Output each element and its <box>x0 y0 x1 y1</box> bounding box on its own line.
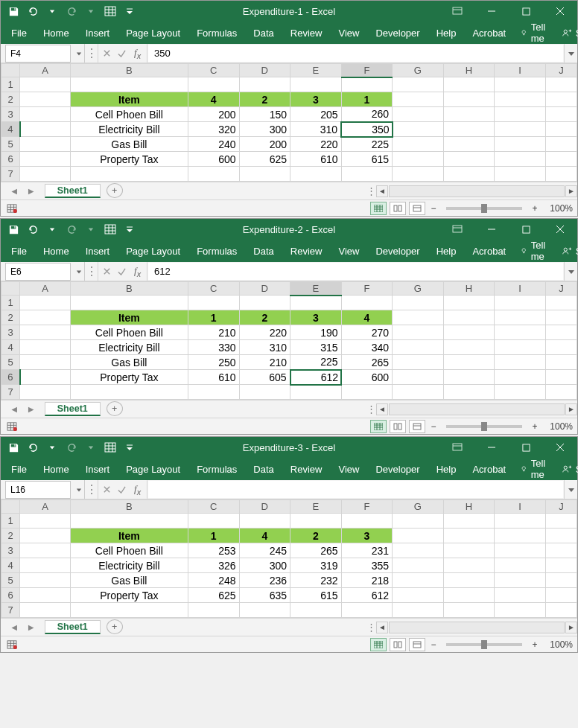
name-box-dropdown-icon[interactable] <box>74 481 84 499</box>
sheet-nav-prev-icon[interactable]: ◄ <box>7 622 22 633</box>
cell[interactable] <box>545 122 577 137</box>
cell[interactable]: Property Tax <box>70 588 188 603</box>
cell[interactable]: Gas Bill <box>70 355 188 370</box>
cell[interactable] <box>393 355 444 370</box>
cell[interactable]: 2 <box>290 529 342 543</box>
name-box-dropdown-icon[interactable] <box>74 45 84 63</box>
cell[interactable] <box>495 543 546 558</box>
cancel-icon[interactable] <box>103 265 111 278</box>
cell[interactable] <box>393 310 444 325</box>
redo-icon[interactable] <box>63 439 80 456</box>
cell[interactable] <box>70 603 188 618</box>
cell[interactable]: 610 <box>188 370 239 385</box>
formula-input[interactable] <box>148 45 563 62</box>
maximize-icon[interactable] <box>509 219 543 240</box>
cell[interactable]: 3 <box>341 529 393 543</box>
cell[interactable] <box>188 167 239 182</box>
zoom-slider[interactable] <box>446 425 522 428</box>
macro-record-icon[interactable] <box>4 638 20 651</box>
row-header[interactable]: 2 <box>1 92 20 107</box>
cell[interactable] <box>393 573 444 588</box>
cell[interactable] <box>545 340 577 355</box>
cell[interactable] <box>70 77 188 92</box>
sheet-tab[interactable]: Sheet1 <box>45 402 101 416</box>
name-box[interactable] <box>5 481 71 499</box>
cell[interactable] <box>393 122 444 137</box>
cell[interactable] <box>20 370 70 385</box>
select-all-corner[interactable] <box>1 64 20 77</box>
row-header[interactable]: 2 <box>1 310 20 325</box>
column-header[interactable]: F <box>341 64 393 77</box>
cell[interactable]: 612 <box>290 370 342 385</box>
row-header[interactable]: 4 <box>1 122 20 137</box>
sheet-nav-prev-icon[interactable]: ◄ <box>7 404 22 415</box>
cell[interactable] <box>545 370 577 385</box>
cell[interactable] <box>495 514 546 529</box>
zoom-level[interactable]: 100% <box>543 203 573 214</box>
undo-icon[interactable] <box>25 439 41 456</box>
cell[interactable] <box>495 107 546 122</box>
cell[interactable] <box>443 167 495 182</box>
tab-insert[interactable]: Insert <box>84 243 112 260</box>
row-header[interactable]: 6 <box>1 588 20 603</box>
undo-icon[interactable] <box>25 221 41 237</box>
cell[interactable] <box>20 603 70 618</box>
tell-me-button[interactable]: Tell me <box>521 22 550 44</box>
cell[interactable] <box>545 543 577 558</box>
view-normal-icon[interactable] <box>370 638 387 651</box>
cell[interactable] <box>239 385 290 400</box>
cell[interactable] <box>443 558 495 573</box>
sheet-nav-prev-icon[interactable]: ◄ <box>7 186 22 197</box>
column-header[interactable]: C <box>188 64 239 77</box>
fx-icon[interactable]: fx <box>133 265 142 278</box>
cell[interactable] <box>70 296 188 310</box>
cell[interactable]: 200 <box>239 137 290 152</box>
cell[interactable] <box>495 92 546 107</box>
name-box-dropdown-icon[interactable] <box>74 263 84 281</box>
column-header[interactable]: J <box>545 64 577 77</box>
cell[interactable]: 205 <box>290 107 342 122</box>
cell[interactable] <box>495 325 546 340</box>
cell[interactable] <box>20 340 70 355</box>
column-header[interactable]: H <box>443 282 495 296</box>
zoom-in-icon[interactable]: + <box>530 421 540 432</box>
scroll-right-icon[interactable]: ► <box>565 622 577 633</box>
qat-grid-icon[interactable] <box>102 3 118 19</box>
cell[interactable] <box>188 514 239 529</box>
close-icon[interactable] <box>543 1 577 22</box>
cell[interactable] <box>545 558 577 573</box>
cell[interactable]: 2 <box>239 310 290 325</box>
cell[interactable] <box>393 558 444 573</box>
column-header[interactable]: E <box>290 500 342 514</box>
cell[interactable] <box>393 529 444 543</box>
select-all-corner[interactable] <box>1 282 20 296</box>
share-button[interactable]: Share <box>562 28 578 39</box>
tab-view[interactable]: View <box>337 243 361 260</box>
cell[interactable] <box>495 603 546 618</box>
cell[interactable]: Cell Phoen Bill <box>70 543 188 558</box>
cell[interactable] <box>20 588 70 603</box>
cell[interactable] <box>495 296 546 310</box>
cell[interactable] <box>341 77 393 92</box>
row-header[interactable]: 7 <box>1 167 20 182</box>
tab-developer[interactable]: Developer <box>374 461 421 478</box>
row-header[interactable]: 5 <box>1 355 20 370</box>
cell[interactable] <box>393 340 444 355</box>
add-sheet-icon[interactable]: + <box>107 619 123 634</box>
cell[interactable] <box>495 385 546 400</box>
cell[interactable] <box>70 167 188 182</box>
scroll-right-icon[interactable]: ► <box>565 185 577 197</box>
cell[interactable] <box>545 385 577 400</box>
cell[interactable] <box>393 77 444 92</box>
ribbon-options-icon[interactable] <box>440 437 474 458</box>
row-header[interactable]: 5 <box>1 137 20 152</box>
cell[interactable] <box>545 514 577 529</box>
cell[interactable]: 600 <box>341 370 393 385</box>
tab-view[interactable]: View <box>337 25 361 42</box>
cell[interactable] <box>393 603 444 618</box>
tab-page-layout[interactable]: Page Layout <box>124 461 182 478</box>
cell[interactable]: 253 <box>188 543 239 558</box>
tab-help[interactable]: Help <box>435 461 458 478</box>
cell[interactable] <box>443 355 495 370</box>
redo-icon[interactable] <box>63 221 80 237</box>
